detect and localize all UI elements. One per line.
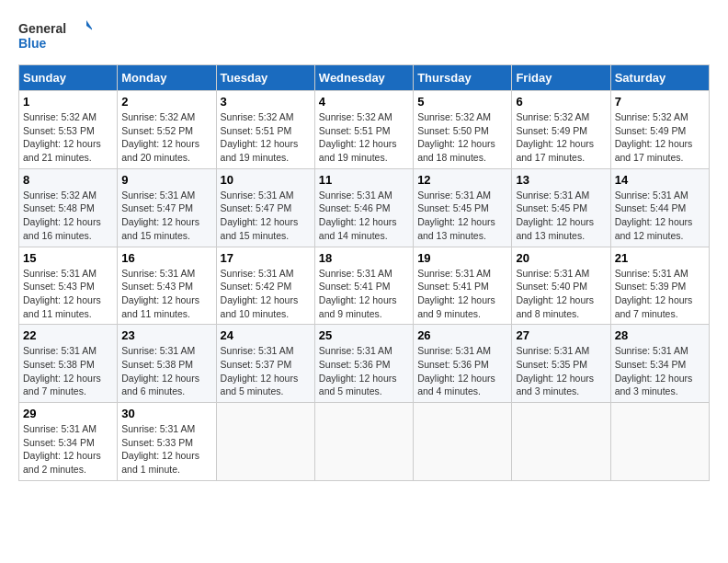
day-number: 14 [615,173,705,187]
weekday-header: Sunday [19,65,118,91]
calendar-day-cell [414,403,512,481]
calendar-day-cell [610,403,709,481]
day-info: Sunrise: 5:31 AM Sunset: 5:33 PM Dayligh… [121,422,211,477]
calendar-day-cell: 19 Sunrise: 5:31 AM Sunset: 5:41 PM Dayl… [414,247,512,325]
calendar-day-cell: 27 Sunrise: 5:31 AM Sunset: 5:35 PM Dayl… [512,325,610,403]
day-number: 15 [23,251,113,265]
svg-text:General: General [18,21,66,36]
day-info: Sunrise: 5:31 AM Sunset: 5:44 PM Dayligh… [615,189,705,243]
calendar-day-cell: 13 Sunrise: 5:31 AM Sunset: 5:45 PM Dayl… [512,168,610,247]
day-number: 4 [319,95,409,109]
day-number: 21 [615,251,705,265]
day-number: 1 [23,95,113,109]
day-info: Sunrise: 5:31 AM Sunset: 5:43 PM Dayligh… [23,267,113,321]
calendar-day-cell [216,403,314,481]
day-info: Sunrise: 5:31 AM Sunset: 5:40 PM Dayligh… [516,267,606,321]
calendar-day-cell: 26 Sunrise: 5:31 AM Sunset: 5:36 PM Dayl… [414,325,512,403]
day-number: 27 [516,328,606,342]
day-info: Sunrise: 5:31 AM Sunset: 5:45 PM Dayligh… [417,189,507,243]
calendar-day-cell: 1 Sunrise: 5:32 AM Sunset: 5:53 PM Dayli… [19,91,118,169]
day-info: Sunrise: 5:31 AM Sunset: 5:34 PM Dayligh… [615,344,705,398]
calendar-day-cell: 16 Sunrise: 5:31 AM Sunset: 5:43 PM Dayl… [118,247,216,325]
calendar-week-row: 15 Sunrise: 5:31 AM Sunset: 5:43 PM Dayl… [19,247,710,325]
day-info: Sunrise: 5:32 AM Sunset: 5:51 PM Dayligh… [221,110,311,165]
calendar-day-cell: 6 Sunrise: 5:32 AM Sunset: 5:49 PM Dayli… [512,91,610,169]
day-info: Sunrise: 5:32 AM Sunset: 5:50 PM Dayligh… [417,110,507,165]
day-number: 22 [23,328,113,342]
day-number: 13 [516,173,606,187]
day-info: Sunrise: 5:31 AM Sunset: 5:37 PM Dayligh… [221,344,311,398]
weekday-header: Friday [512,65,610,91]
calendar-day-cell: 14 Sunrise: 5:31 AM Sunset: 5:44 PM Dayl… [610,168,709,247]
day-info: Sunrise: 5:32 AM Sunset: 5:49 PM Dayligh… [516,110,606,165]
day-number: 30 [121,407,211,420]
day-info: Sunrise: 5:32 AM Sunset: 5:53 PM Dayligh… [23,110,113,165]
calendar-day-cell: 10 Sunrise: 5:31 AM Sunset: 5:47 PM Dayl… [216,168,314,247]
day-number: 24 [221,328,311,342]
day-info: Sunrise: 5:31 AM Sunset: 5:45 PM Dayligh… [516,189,606,243]
day-number: 28 [615,328,705,342]
calendar-day-cell: 7 Sunrise: 5:32 AM Sunset: 5:49 PM Dayli… [610,91,709,169]
day-info: Sunrise: 5:31 AM Sunset: 5:41 PM Dayligh… [319,267,409,321]
svg-marker-2 [86,20,92,31]
calendar-day-cell: 9 Sunrise: 5:31 AM Sunset: 5:47 PM Dayli… [118,168,216,247]
day-number: 6 [516,95,606,109]
calendar-day-cell: 18 Sunrise: 5:31 AM Sunset: 5:41 PM Dayl… [314,247,413,325]
calendar-day-cell: 20 Sunrise: 5:31 AM Sunset: 5:40 PM Dayl… [512,247,610,325]
day-info: Sunrise: 5:31 AM Sunset: 5:42 PM Dayligh… [221,267,311,321]
day-number: 3 [221,95,311,109]
day-info: Sunrise: 5:31 AM Sunset: 5:39 PM Dayligh… [615,267,705,321]
logo: General Blue [18,18,92,55]
day-number: 18 [319,251,409,265]
calendar-day-cell: 24 Sunrise: 5:31 AM Sunset: 5:37 PM Dayl… [216,325,314,403]
day-number: 7 [615,95,705,109]
day-info: Sunrise: 5:31 AM Sunset: 5:41 PM Dayligh… [417,267,507,321]
calendar-week-row: 22 Sunrise: 5:31 AM Sunset: 5:38 PM Dayl… [19,325,710,403]
day-info: Sunrise: 5:31 AM Sunset: 5:38 PM Dayligh… [23,344,113,398]
calendar-day-cell: 25 Sunrise: 5:31 AM Sunset: 5:36 PM Dayl… [314,325,413,403]
day-info: Sunrise: 5:31 AM Sunset: 5:34 PM Dayligh… [23,422,113,477]
calendar-header-row: SundayMondayTuesdayWednesdayThursdayFrid… [19,65,710,91]
weekday-header: Wednesday [314,65,413,91]
day-info: Sunrise: 5:31 AM Sunset: 5:38 PM Dayligh… [121,344,211,398]
day-info: Sunrise: 5:31 AM Sunset: 5:47 PM Dayligh… [121,189,211,243]
calendar-day-cell: 8 Sunrise: 5:32 AM Sunset: 5:48 PM Dayli… [19,168,118,247]
day-info: Sunrise: 5:31 AM Sunset: 5:43 PM Dayligh… [121,267,211,321]
day-info: Sunrise: 5:31 AM Sunset: 5:35 PM Dayligh… [516,344,606,398]
day-number: 17 [221,251,311,265]
calendar-day-cell: 12 Sunrise: 5:31 AM Sunset: 5:45 PM Dayl… [414,168,512,247]
day-number: 25 [319,328,409,342]
day-number: 29 [23,407,113,420]
calendar-week-row: 8 Sunrise: 5:32 AM Sunset: 5:48 PM Dayli… [19,168,710,247]
calendar-day-cell: 2 Sunrise: 5:32 AM Sunset: 5:52 PM Dayli… [118,91,216,169]
day-info: Sunrise: 5:32 AM Sunset: 5:48 PM Dayligh… [23,189,113,243]
calendar-day-cell: 17 Sunrise: 5:31 AM Sunset: 5:42 PM Dayl… [216,247,314,325]
calendar-day-cell: 22 Sunrise: 5:31 AM Sunset: 5:38 PM Dayl… [19,325,118,403]
calendar-week-row: 29 Sunrise: 5:31 AM Sunset: 5:34 PM Dayl… [19,403,710,481]
day-info: Sunrise: 5:31 AM Sunset: 5:47 PM Dayligh… [221,189,311,243]
day-number: 10 [221,173,311,187]
day-info: Sunrise: 5:32 AM Sunset: 5:49 PM Dayligh… [615,110,705,165]
day-number: 8 [23,173,113,187]
calendar-day-cell: 4 Sunrise: 5:32 AM Sunset: 5:51 PM Dayli… [314,91,413,169]
weekday-header: Saturday [610,65,709,91]
logo-icon: General Blue [18,18,92,55]
calendar-day-cell [512,403,610,481]
page-header: General Blue [18,18,710,55]
day-number: 19 [417,251,507,265]
calendar-week-row: 1 Sunrise: 5:32 AM Sunset: 5:53 PM Dayli… [19,91,710,169]
calendar-day-cell: 23 Sunrise: 5:31 AM Sunset: 5:38 PM Dayl… [118,325,216,403]
day-number: 26 [417,328,507,342]
weekday-header: Tuesday [216,65,314,91]
day-info: Sunrise: 5:32 AM Sunset: 5:52 PM Dayligh… [121,110,211,165]
calendar-day-cell: 21 Sunrise: 5:31 AM Sunset: 5:39 PM Dayl… [610,247,709,325]
day-number: 16 [121,251,211,265]
calendar-table: SundayMondayTuesdayWednesdayThursdayFrid… [18,64,710,481]
day-number: 2 [121,95,211,109]
day-number: 5 [417,95,507,109]
day-info: Sunrise: 5:31 AM Sunset: 5:36 PM Dayligh… [319,344,409,398]
day-info: Sunrise: 5:31 AM Sunset: 5:36 PM Dayligh… [417,344,507,398]
calendar-day-cell: 30 Sunrise: 5:31 AM Sunset: 5:33 PM Dayl… [118,403,216,481]
calendar-day-cell: 11 Sunrise: 5:31 AM Sunset: 5:46 PM Dayl… [314,168,413,247]
day-number: 23 [121,328,211,342]
